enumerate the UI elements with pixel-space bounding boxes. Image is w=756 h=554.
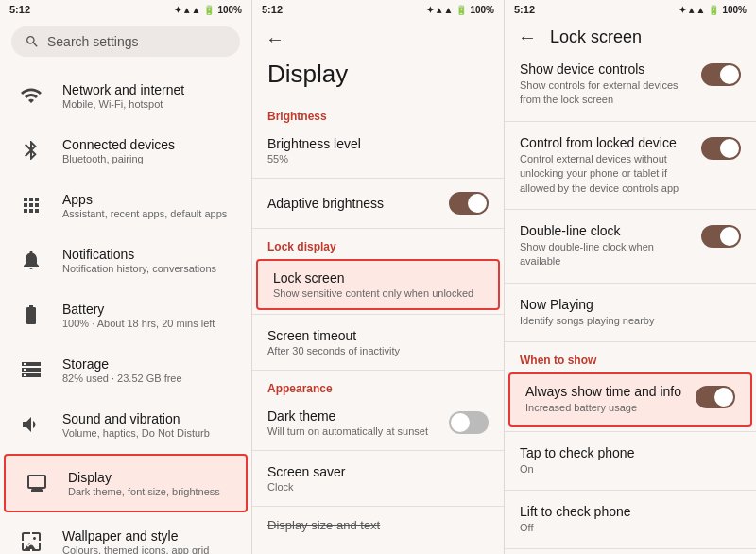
battery-icon: 🔋: [203, 5, 215, 15]
divider: [252, 450, 504, 451]
settings-item-sound[interactable]: Sound and vibration Volume, haptics, Do …: [0, 397, 251, 452]
bt-icon-2: ✦: [426, 5, 434, 15]
divider: [252, 506, 504, 507]
d-title-adaptive: Adaptive brightness: [267, 196, 384, 211]
item-title-notifications: Notifications: [62, 247, 216, 262]
item-subtitle-display: Dark theme, font size, brightness: [68, 486, 220, 497]
toggle-adaptive[interactable]: [449, 192, 489, 215]
toggle-alwaysshow[interactable]: [696, 386, 735, 408]
lock-item-controlfromlocked[interactable]: Control from locked device Control exter…: [505, 126, 756, 205]
settings-item-display[interactable]: Display Dark theme, font size, brightnes…: [4, 454, 248, 512]
lock-item-taptocheck: Tap to check phone On: [505, 436, 756, 486]
d-text-lockscreen: Lock screen Show sensitive content only …: [273, 270, 473, 299]
battery-icon-2: 🔋: [455, 5, 467, 15]
d-sub-screensaver: Clock: [267, 481, 345, 493]
settings-item-apps[interactable]: Apps Assistant, recent apps, default app…: [0, 178, 251, 233]
item-title-sound: Sound and vibration: [62, 411, 210, 426]
lock-item-doublelineclock[interactable]: Double-line clock Show double-line clock…: [505, 214, 756, 279]
wifi-icon-2: ▴: [437, 5, 441, 15]
wallpaper-icon: [13, 524, 49, 554]
l-sub-controlfromlocked: Control external devices without unlocki…: [520, 152, 694, 196]
display-item-brightness: Brightness level 55%: [252, 127, 504, 174]
status-icons-1: ✦ ▴ ▲ 🔋 100%: [174, 5, 242, 15]
toggle-devicecontrols[interactable]: [701, 63, 741, 86]
bluetooth-icon: [13, 132, 49, 168]
bell-icon: [13, 242, 49, 278]
wifi-icon: ▴: [184, 5, 189, 15]
divider: [505, 341, 756, 342]
item-text-wallpaper: Wallpaper and style Colours, themed icon…: [62, 528, 209, 555]
panel-settings: 5:12 ✦ ▴ ▲ 🔋 100% Search settings Networ…: [0, 0, 252, 554]
d-sub-brightness: 55%: [267, 153, 361, 164]
item-text-battery: Battery 100% · About 18 hrs, 20 mins lef…: [62, 302, 215, 329]
battery-pct-2: 100%: [470, 5, 494, 15]
lock-item-lifttocheck: Lift to check phone Off: [505, 494, 756, 545]
toggle-thumb-adaptive: [468, 194, 487, 213]
display-sections: Brightness Brightness level 55% Adaptive…: [252, 102, 504, 507]
item-title-battery: Battery: [62, 302, 215, 317]
lock-item-devicecontrols[interactable]: Show device controls Show controls for e…: [505, 52, 756, 117]
item-subtitle-apps: Assistant, recent apps, default apps: [62, 208, 227, 219]
divider: [252, 178, 504, 179]
search-bar[interactable]: Search settings: [11, 26, 240, 57]
settings-item-connected[interactable]: Connected devices Bluetooth, pairing: [0, 123, 251, 178]
lock-screen-title: Lock screen: [550, 27, 642, 47]
display-icon: [19, 465, 55, 501]
item-subtitle-storage: 82% used · 23.52 GB free: [62, 372, 182, 384]
sound-icon: [13, 407, 49, 442]
search-placeholder: Search settings: [47, 34, 139, 49]
lock-item-nowplaying: Now Playing Identify songs playing nearb…: [505, 287, 756, 338]
status-bar-3: 5:12 ✦ ▴ ▲ 🔋 100%: [505, 0, 756, 19]
l-sub-lifttocheck: Off: [520, 521, 631, 535]
l-text-taptocheck: Tap to check phone On: [520, 445, 634, 476]
l-text-controlfromlocked: Control from locked device Control exter…: [520, 135, 694, 196]
settings-item-battery[interactable]: Battery 100% · About 18 hrs, 20 mins lef…: [0, 287, 251, 342]
display-item-lockscreen: Lock screen Show sensitive content only …: [256, 259, 500, 310]
l-title-controlfromlocked: Control from locked device: [520, 135, 694, 150]
toggle-thumb-alwaysshow: [714, 388, 733, 407]
section-label-lock-display: Lock display: [252, 233, 504, 257]
d-title-screensaver: Screen saver: [267, 464, 345, 479]
l-title-lifttocheck: Lift to check phone: [520, 504, 631, 519]
toggle-doublelineclock[interactable]: [701, 225, 741, 248]
item-text-sound: Sound and vibration Volume, haptics, Do …: [62, 411, 210, 439]
d-text-darktheme: Dark theme Will turn on automatically at…: [267, 408, 428, 437]
l-title-devicecontrols: Show device controls: [520, 61, 694, 77]
d-text-screensaver: Screen saver Clock: [267, 464, 345, 493]
signal-icon-3: ▲: [696, 5, 706, 15]
panel-display: 5:12 ✦ ▴ ▲ 🔋 100% ← Display Brightness B…: [252, 0, 505, 554]
battery-pct: 100%: [217, 5, 242, 15]
status-bar-1: 5:12 ✦ ▴ ▲ 🔋 100%: [0, 0, 251, 19]
d-text-timeout: Screen timeout After 30 seconds of inact…: [267, 328, 400, 356]
l-sub-alwaysshow: Increased battery usage: [525, 401, 681, 415]
settings-item-wallpaper[interactable]: Wallpaper and style Colours, themed icon…: [0, 514, 251, 554]
toggle-controlfromlocked[interactable]: [701, 137, 741, 160]
bt-icon-3: ✦: [679, 5, 686, 15]
settings-item-network[interactable]: Network and internet Mobile, Wi-Fi, hots…: [0, 68, 251, 123]
battery-icon: [13, 297, 49, 333]
lock-item-alwaysshow[interactable]: Always show time and info Increased batt…: [508, 372, 752, 426]
battery-pct-3: 100%: [722, 5, 747, 15]
display-item-adaptive[interactable]: Adaptive brightness: [252, 182, 504, 224]
back-button-display[interactable]: ←: [252, 19, 504, 54]
item-subtitle-connected: Bluetooth, pairing: [62, 153, 175, 164]
wifi-icon: [13, 78, 49, 113]
signal-icon: ▲: [192, 5, 201, 15]
l-text-lifttocheck: Lift to check phone Off: [520, 504, 631, 535]
wifi-icon-3: ▴: [689, 5, 694, 15]
display-item-darktheme[interactable]: Dark theme Will turn on automatically at…: [252, 399, 504, 446]
display-item-timeout: Screen timeout After 30 seconds of inact…: [252, 319, 504, 366]
settings-item-storage[interactable]: Storage 82% used · 23.52 GB free: [0, 342, 251, 397]
d-sub-darktheme: Will turn on automatically at sunset: [267, 425, 428, 437]
item-subtitle-sound: Volume, haptics, Do Not Disturb: [62, 427, 210, 439]
back-button-lock[interactable]: ←: [518, 26, 537, 48]
item-title-wallpaper: Wallpaper and style: [62, 528, 209, 544]
l-text-doublelineclock: Double-line clock Show double-line clock…: [520, 223, 694, 269]
status-icons-2: ✦ ▴ ▲ 🔋 100%: [426, 5, 494, 15]
l-title-taptocheck: Tap to check phone: [520, 445, 634, 460]
settings-item-notifications[interactable]: Notifications Notification history, conv…: [0, 233, 251, 287]
toggle-darktheme[interactable]: [449, 411, 489, 434]
item-subtitle-battery: 100% · About 18 hrs, 20 mins left: [62, 318, 215, 329]
toggle-thumb-darktheme: [451, 413, 470, 432]
battery-icon-3: 🔋: [708, 5, 719, 15]
